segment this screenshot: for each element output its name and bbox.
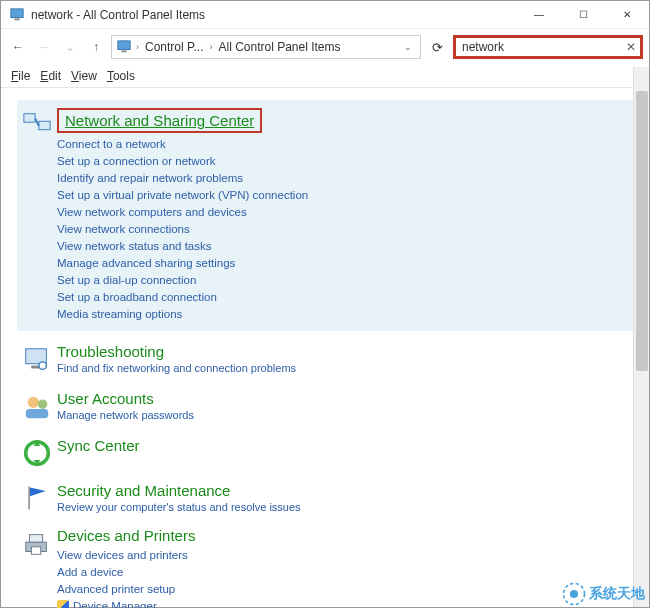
svg-rect-0: [11, 8, 23, 17]
troubleshooting-icon: [22, 345, 52, 378]
control-panel-small-icon: [116, 39, 132, 55]
link-adv-printer-setup[interactable]: Advanced printer setup: [57, 581, 629, 598]
content-area: Network and Sharing Center Connect to a …: [1, 88, 649, 608]
svg-rect-16: [31, 547, 40, 555]
link-manage-passwords[interactable]: Manage network passwords: [57, 409, 629, 421]
svg-point-9: [28, 397, 39, 408]
link-review-status[interactable]: Review your computer's status and resolv…: [57, 501, 629, 513]
section-network: Network and Sharing Center Connect to a …: [17, 100, 649, 331]
svg-rect-15: [30, 535, 43, 543]
svg-rect-4: [24, 114, 35, 122]
section-title-sync[interactable]: Sync Center: [57, 437, 140, 454]
close-button[interactable]: ✕: [605, 1, 649, 29]
nav-recent-button[interactable]: ⌄: [59, 36, 81, 58]
menu-view[interactable]: View: [71, 69, 97, 83]
link-find-fix[interactable]: Find and fix networking and connection p…: [57, 362, 629, 374]
section-title-security[interactable]: Security and Maintenance: [57, 482, 230, 499]
svg-point-10: [38, 400, 47, 409]
svg-rect-5: [39, 121, 50, 129]
link-view-devices[interactable]: View devices and printers: [57, 547, 629, 564]
menu-tools[interactable]: Tools: [107, 69, 135, 83]
sync-icon: [23, 439, 51, 470]
breadcrumb-item-all-items[interactable]: All Control Panel Items: [216, 40, 342, 54]
address-bar[interactable]: › Control P... › All Control Panel Items…: [111, 35, 421, 59]
section-devices: Devices and Printers View devices and pr…: [17, 527, 649, 608]
network-icon: [22, 110, 52, 143]
search-clear-button[interactable]: ✕: [626, 40, 636, 54]
search-input[interactable]: [460, 39, 626, 55]
section-title-troubleshooting[interactable]: Troubleshooting: [57, 343, 164, 360]
link-broadband[interactable]: Set up a broadband connection: [57, 289, 629, 306]
link-dialup[interactable]: Set up a dial-up connection: [57, 272, 629, 289]
svg-rect-1: [14, 18, 19, 20]
menu-edit[interactable]: Edit: [40, 69, 61, 83]
section-title-devices[interactable]: Devices and Printers: [57, 527, 195, 544]
devices-printers-icon: [22, 529, 52, 562]
section-title-user-accounts[interactable]: User Accounts: [57, 390, 154, 407]
link-media-streaming[interactable]: Media streaming options: [57, 306, 629, 323]
link-adv-sharing[interactable]: Manage advanced sharing settings: [57, 255, 629, 272]
search-box[interactable]: ✕: [453, 35, 643, 59]
breadcrumb-item-control-panel[interactable]: Control P...: [143, 40, 205, 54]
minimize-button[interactable]: —: [517, 1, 561, 29]
breadcrumb-sep-icon[interactable]: ›: [207, 42, 214, 52]
section-user-accounts: User Accounts Manage network passwords: [17, 390, 649, 425]
maximize-button[interactable]: ☐: [561, 1, 605, 29]
nav-forward-button[interactable]: →: [33, 36, 55, 58]
svg-rect-13: [28, 487, 30, 510]
nav-back-button[interactable]: ←: [7, 36, 29, 58]
refresh-button[interactable]: ⟳: [425, 35, 449, 59]
link-setup-connection[interactable]: Set up a connection or network: [57, 153, 629, 170]
breadcrumb-sep-icon[interactable]: ›: [134, 42, 141, 52]
nav-up-button[interactable]: ↑: [85, 36, 107, 58]
menu-bar: File Edit View Tools: [1, 65, 649, 88]
link-view-connections[interactable]: View network connections: [57, 221, 629, 238]
section-security: Security and Maintenance Review your com…: [17, 482, 649, 515]
link-device-manager[interactable]: Device Manager: [57, 598, 629, 608]
control-panel-icon: [9, 7, 25, 23]
window-title: network - All Control Panel Items: [31, 8, 517, 22]
user-accounts-icon: [22, 392, 52, 425]
link-identify-repair[interactable]: Identify and repair network problems: [57, 170, 629, 187]
security-flag-icon: [23, 484, 51, 515]
svg-point-8: [39, 362, 47, 370]
section-title-network[interactable]: Network and Sharing Center: [57, 108, 262, 133]
link-view-computers[interactable]: View network computers and devices: [57, 204, 629, 221]
svg-rect-2: [118, 41, 130, 50]
scrollbar-thumb[interactable]: [636, 91, 648, 371]
link-add-device[interactable]: Add a device: [57, 564, 629, 581]
link-view-status[interactable]: View network status and tasks: [57, 238, 629, 255]
svg-rect-11: [26, 409, 49, 418]
svg-rect-3: [121, 51, 126, 53]
address-dropdown-button[interactable]: ⌄: [400, 42, 416, 52]
link-connect-network[interactable]: Connect to a network: [57, 136, 629, 153]
link-setup-vpn[interactable]: Set up a virtual private network (VPN) c…: [57, 187, 629, 204]
section-sync-center: Sync Center: [17, 437, 649, 470]
section-troubleshooting: Troubleshooting Find and fix networking …: [17, 343, 649, 378]
menu-file[interactable]: File: [11, 69, 30, 83]
vertical-scrollbar[interactable]: [633, 67, 649, 607]
